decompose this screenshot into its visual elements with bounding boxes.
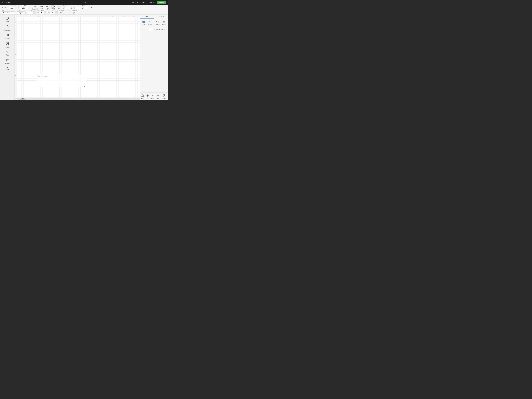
- right-tabs: Layers Color Sync: [140, 14, 168, 19]
- duplicate-button[interactable]: Duplicate: [154, 20, 161, 26]
- font-select[interactable]: Cricut Sans: [2, 12, 15, 14]
- tab-layers[interactable]: Layers: [140, 14, 154, 19]
- line-space-input[interactable]: [50, 12, 55, 14]
- style-select[interactable]: Regular: [17, 12, 25, 14]
- select-all-group: ⊞ Select All: [32, 5, 38, 10]
- undo-redo-group: ↺ ↻: [1, 6, 8, 8]
- font-size-down[interactable]: ▼: [33, 13, 35, 14]
- canvas-area[interactable]: 0 1 2 3 4 5 6 7 8 9 10 11 12 1 2 3 4 5 6…: [14, 14, 140, 100]
- rotate-input[interactable]: [83, 7, 88, 9]
- slice-button[interactable]: Slice: [140, 93, 145, 100]
- text-box[interactable]: Add text here ◢: [36, 74, 86, 87]
- linetype-label: Linetype: [11, 5, 16, 6]
- explore-button[interactable]: Explore ▾: [149, 1, 156, 3]
- svg-rect-6: [7, 34, 8, 35]
- more-button[interactable]: More ▼: [90, 6, 97, 8]
- horizontal-scrollbar[interactable]: [17, 98, 140, 100]
- sidebar-item-templates-label: Templates: [4, 29, 10, 31]
- font-group: Font Cricut Sans: [1, 10, 15, 14]
- ungroup-label: UnGroup: [147, 24, 152, 25]
- linetype-select[interactable]: Cut: [9, 7, 15, 9]
- align-button[interactable]: ≡▾: [45, 5, 49, 8]
- redo-button[interactable]: ↻: [5, 6, 7, 8]
- size-h-input[interactable]: [74, 7, 80, 9]
- alignment-button[interactable]: ≡▾: [59, 12, 62, 14]
- sidebar-item-upload[interactable]: Upload: [1, 66, 13, 74]
- duplicate-icon: [156, 20, 159, 24]
- alignment-group: Alignment ≡▾: [59, 10, 65, 14]
- zoom-out-button[interactable]: −: [18, 98, 20, 100]
- line-space-down[interactable]: ▼: [55, 13, 57, 14]
- svg-rect-15: [142, 22, 143, 23]
- style-group: Style Regular: [17, 10, 26, 14]
- text-toolbar: Font Cricut Sans Style Regular Font Size…: [0, 10, 168, 14]
- ruler-v-4: 4: [15, 54, 16, 55]
- svg-point-33: [163, 95, 165, 96]
- line-space-up[interactable]: ▲: [55, 11, 57, 13]
- top-bar-left: ☰ Canvas: [2, 1, 11, 4]
- linetype-group: Linetype Cut —: [9, 5, 19, 9]
- curve-button[interactable]: ⌒: [67, 11, 70, 14]
- undo-button[interactable]: ↺: [2, 6, 4, 8]
- save-button[interactable]: Save: [142, 1, 145, 3]
- advanced-button[interactable]: ⊞▾: [72, 12, 76, 14]
- canvas-grid[interactable]: Add text here ◢: [17, 17, 140, 98]
- svg-rect-5: [6, 34, 7, 35]
- app-title: Canvas: [5, 1, 11, 3]
- ungroup-button[interactable]: UnGroup: [147, 20, 153, 26]
- attach-label: Attach: [151, 97, 154, 99]
- fill-select[interactable]: No Fill: [20, 7, 28, 9]
- font-size-label: Font Size: [28, 10, 35, 11]
- style-label: Style: [17, 10, 25, 11]
- sidebar-item-new[interactable]: New: [1, 16, 13, 24]
- sidebar-item-templates[interactable]: Templates: [1, 24, 13, 32]
- contour-button[interactable]: Contour: [161, 93, 167, 100]
- sidebar-item-projects[interactable]: Projects: [1, 32, 13, 40]
- svg-point-29: [147, 95, 148, 96]
- svg-rect-14: [144, 21, 145, 22]
- size-w-input[interactable]: [65, 7, 70, 9]
- canvas-preview-thumb: [149, 28, 153, 31]
- flip-button[interactable]: ⇆▾: [57, 5, 61, 8]
- make-it-button[interactable]: Make It: [157, 1, 166, 4]
- sidebar-item-shapes[interactable]: Shapes: [1, 57, 13, 65]
- delete-button[interactable]: Delete: [162, 20, 166, 26]
- select-all-button[interactable]: ⊞: [33, 5, 37, 8]
- svg-marker-11: [6, 59, 9, 61]
- attach-button[interactable]: Attach: [150, 93, 155, 100]
- letter-space-label: Letter Space: [37, 10, 46, 11]
- line-space-group: Line Space ↕A ▲ ▼: [48, 10, 58, 14]
- arrange-button[interactable]: ⬜▾: [51, 5, 55, 8]
- hamburger-icon[interactable]: ☰: [2, 1, 3, 4]
- my-projects-button[interactable]: My Projects: [132, 1, 140, 3]
- tab-color-sync[interactable]: Color Sync: [154, 14, 168, 19]
- font-size-up[interactable]: ▲: [33, 11, 35, 13]
- new-icon: [6, 17, 9, 20]
- font-size-input[interactable]: [28, 12, 33, 14]
- sidebar-item-new-label: New: [6, 21, 9, 22]
- zoom-in-button[interactable]: +: [25, 98, 27, 100]
- text-box-placeholder[interactable]: Add text here: [36, 74, 86, 78]
- flatten-button[interactable]: Flatten: [155, 93, 161, 100]
- ruler-3: 3: [49, 16, 49, 17]
- main-toolbar: ↺ ↻ Linetype Cut — Fill No Fill —: [0, 5, 168, 10]
- rotate-group: Rotate ↻: [81, 5, 89, 9]
- projects-icon: [6, 33, 9, 37]
- letter-space-down[interactable]: ▼: [44, 13, 46, 14]
- text-box-resize-handle[interactable]: ◢: [84, 85, 85, 87]
- group-button[interactable]: Group: [141, 20, 146, 26]
- letter-space-input[interactable]: [39, 12, 44, 14]
- edit-button[interactable]: ✂▾: [40, 5, 44, 8]
- sidebar-item-images[interactable]: Images: [1, 41, 13, 49]
- more-group: More ▼: [90, 6, 98, 8]
- letter-space-up[interactable]: ▲: [44, 11, 46, 13]
- doc-title[interactable]: Untitled: [81, 1, 87, 3]
- duplicate-label: Duplicate: [155, 24, 160, 25]
- eye-icon[interactable]: 👁: [164, 28, 166, 31]
- sidebar-item-upload-label: Upload: [5, 71, 10, 73]
- rotate-label: Rotate: [82, 5, 88, 6]
- sidebar-item-text[interactable]: T Text: [1, 49, 13, 57]
- weld-button[interactable]: Weld: [145, 93, 150, 100]
- align-label: Align: [46, 8, 49, 10]
- advanced-label: Advanced: [72, 10, 77, 11]
